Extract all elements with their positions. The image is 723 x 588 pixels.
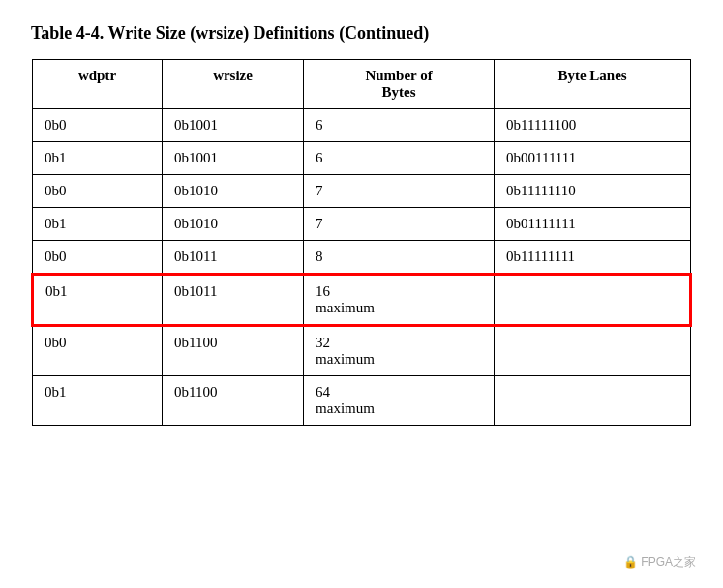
- table-row: 0b00b101070b11111110: [33, 175, 691, 208]
- table-cell: 0b1: [33, 208, 163, 241]
- table-cell: 0b1011: [162, 241, 303, 275]
- table-cell: 0b1: [33, 142, 163, 175]
- table-cell: 0b0: [33, 326, 163, 376]
- table-cell: 6: [304, 109, 495, 142]
- table-row: 0b00b110032 maximum: [33, 326, 691, 376]
- table-cell: [495, 376, 691, 426]
- watermark: 🔒 FPGA之家: [623, 554, 696, 571]
- table-cell: 0b1: [33, 376, 163, 426]
- table-cell: 0b11111111: [495, 241, 691, 275]
- table-row: 0b10b110064 maximum: [33, 376, 691, 426]
- table-cell: 32 maximum: [304, 326, 495, 376]
- col-header-byte-lanes: Byte Lanes: [495, 60, 691, 109]
- table-cell: 16 maximum: [304, 275, 495, 326]
- table-cell: 6: [304, 142, 495, 175]
- page-title: Table 4-4. Write Size (wrsize) Definitio…: [31, 23, 692, 44]
- table-cell: 0b1010: [162, 208, 303, 241]
- col-header-num-bytes: Number of Bytes: [304, 60, 495, 109]
- table-cell: 0b11111100: [495, 109, 691, 142]
- table-cell: 0b1100: [162, 376, 303, 426]
- table-cell: 7: [304, 175, 495, 208]
- col-header-wrsize: wrsize: [162, 60, 303, 109]
- table-cell: 0b1001: [162, 142, 303, 175]
- table-row: 0b10b101070b01111111: [33, 208, 691, 241]
- wrsize-table: wdptr wrsize Number of Bytes Byte Lanes …: [31, 59, 692, 426]
- table-cell: 8: [304, 241, 495, 275]
- table-cell: 0b1010: [162, 175, 303, 208]
- table-cell: 0b0: [33, 241, 163, 275]
- table-cell: 0b01111111: [495, 208, 691, 241]
- table-cell: [495, 326, 691, 376]
- table-row: 0b10b101116 maximum: [33, 275, 691, 326]
- table-cell: 0b1011: [162, 275, 303, 326]
- table-row: 0b00b101180b11111111: [33, 241, 691, 275]
- table-cell: 0b1100: [162, 326, 303, 376]
- table-cell: 0b0: [33, 175, 163, 208]
- table-cell: 7: [304, 208, 495, 241]
- table-cell: 64 maximum: [304, 376, 495, 426]
- col-header-wdptr: wdptr: [33, 60, 163, 109]
- table-row: 0b10b100160b00111111: [33, 142, 691, 175]
- table-cell: 0b11111110: [495, 175, 691, 208]
- table-header-row: wdptr wrsize Number of Bytes Byte Lanes: [33, 60, 691, 109]
- table-cell: 0b1: [33, 275, 163, 326]
- table-cell: [495, 275, 691, 326]
- table-cell: 0b1001: [162, 109, 303, 142]
- table-cell: 0b00111111: [495, 142, 691, 175]
- table-row: 0b00b100160b11111100: [33, 109, 691, 142]
- table-cell: 0b0: [33, 109, 163, 142]
